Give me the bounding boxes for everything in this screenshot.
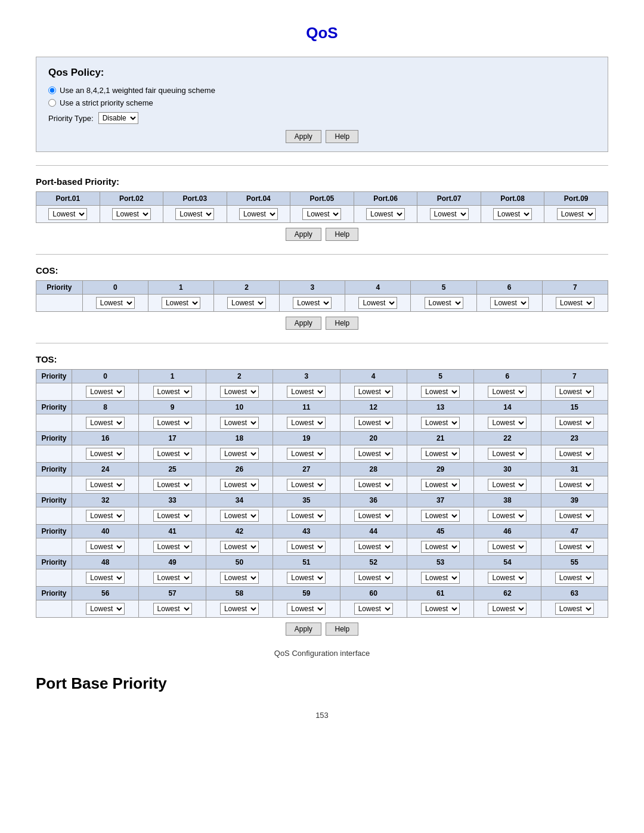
port-01-select[interactable]: LowestLowMiddleHigh <box>48 208 87 220</box>
radio-weighted[interactable] <box>48 86 56 94</box>
tos-empty-2 <box>36 445 72 463</box>
tos-select-4-2[interactable]: LowestLowMiddleHigh <box>220 510 259 522</box>
port-09-select[interactable]: LowestLowMiddleHigh <box>557 208 596 220</box>
cos-help-button[interactable]: Help <box>326 317 358 330</box>
tos-select-3-1[interactable]: LowestLowMiddleHigh <box>153 479 192 491</box>
cos-3-select[interactable]: LowestLowMiddleHigh <box>293 297 332 309</box>
port-08-select[interactable]: LowestLowMiddleHigh <box>493 208 532 220</box>
qos-policy-apply-button[interactable]: Apply <box>286 130 321 143</box>
tos-select-6-0[interactable]: LowestLowMiddleHigh <box>86 572 125 584</box>
tos-select-0-4[interactable]: LowestLowMiddleHigh <box>354 386 393 398</box>
tos-select-3-5[interactable]: LowestLowMiddleHigh <box>421 479 460 491</box>
tos-select-4-1[interactable]: LowestLowMiddleHigh <box>153 510 192 522</box>
tos-select-3-3[interactable]: LowestLowMiddleHigh <box>287 479 326 491</box>
radio-strict-label[interactable]: Use a strict priority scheme <box>48 98 596 107</box>
port-based-apply-button[interactable]: Apply <box>286 228 321 241</box>
port-07-cell: LowestLowMiddleHigh <box>417 206 481 223</box>
priority-type-select[interactable]: Disable 802.1p DSCP <box>98 112 138 124</box>
cos-0-select[interactable]: LowestLowMiddleHigh <box>96 297 135 309</box>
tos-select-2-1[interactable]: LowestLowMiddleHigh <box>153 448 192 460</box>
tos-select-4-5[interactable]: LowestLowMiddleHigh <box>421 510 460 522</box>
port-based-help-button[interactable]: Help <box>326 228 358 241</box>
cos-4-select[interactable]: LowestLowMiddleHigh <box>358 297 397 309</box>
cos-6-select[interactable]: LowestLowMiddleHigh <box>490 297 529 309</box>
tos-select-5-0[interactable]: LowestLowMiddleHigh <box>86 541 125 553</box>
tos-select-4-0[interactable]: LowestLowMiddleHigh <box>86 510 125 522</box>
tos-select-5-2[interactable]: LowestLowMiddleHigh <box>220 541 259 553</box>
tos-help-button[interactable]: Help <box>326 623 358 636</box>
cos-1-select[interactable]: LowestLowMiddleHigh <box>162 297 200 309</box>
tos-select-0-5[interactable]: LowestLowMiddleHigh <box>421 386 460 398</box>
tos-select-7-4[interactable]: LowestLowMiddleHigh <box>354 603 393 615</box>
tos-col-7-4: 60 <box>340 587 407 600</box>
tos-select-1-0[interactable]: LowestLowMiddleHigh <box>86 417 125 429</box>
tos-select-3-4[interactable]: LowestLowMiddleHigh <box>354 479 393 491</box>
tos-select-0-6[interactable]: LowestLowMiddleHigh <box>488 386 527 398</box>
tos-select-1-7[interactable]: LowestLowMiddleHigh <box>555 417 594 429</box>
tos-select-1-2[interactable]: LowestLowMiddleHigh <box>220 417 259 429</box>
cos-apply-button[interactable]: Apply <box>286 317 321 330</box>
tos-select-0-1[interactable]: LowestLowMiddleHigh <box>153 386 192 398</box>
radio-weighted-label[interactable]: Use an 8,4,2,1 weighted fair queuing sch… <box>48 86 596 95</box>
tos-select-1-1[interactable]: LowestLowMiddleHigh <box>153 417 192 429</box>
tos-select-4-7[interactable]: LowestLowMiddleHigh <box>555 510 594 522</box>
tos-select-0-3[interactable]: LowestLowMiddleHigh <box>287 386 326 398</box>
tos-select-6-5[interactable]: LowestLowMiddleHigh <box>421 572 460 584</box>
cos-7-select[interactable]: LowestLowMiddleHigh <box>556 297 595 309</box>
tos-select-7-0[interactable]: LowestLowMiddleHigh <box>86 603 125 615</box>
tos-select-7-3[interactable]: LowestLowMiddleHigh <box>287 603 326 615</box>
port-06-select[interactable]: LowestLowMiddleHigh <box>366 208 405 220</box>
tos-select-3-6[interactable]: LowestLowMiddleHigh <box>488 479 527 491</box>
port-05-select[interactable]: LowestLowMiddleHigh <box>302 208 341 220</box>
radio-strict[interactable] <box>48 99 56 107</box>
tos-select-5-4[interactable]: LowestLowMiddleHigh <box>354 541 393 553</box>
tos-select-6-4[interactable]: LowestLowMiddleHigh <box>354 572 393 584</box>
tos-col-2-2: 18 <box>206 432 273 445</box>
tos-select-3-2[interactable]: LowestLowMiddleHigh <box>220 479 259 491</box>
tos-select-2-0[interactable]: LowestLowMiddleHigh <box>86 448 125 460</box>
tos-select-7-5[interactable]: LowestLowMiddleHigh <box>421 603 460 615</box>
cos-2-select[interactable]: LowestLowMiddleHigh <box>227 297 266 309</box>
tos-select-6-7[interactable]: LowestLowMiddleHigh <box>555 572 594 584</box>
tos-select-2-3[interactable]: LowestLowMiddleHigh <box>287 448 326 460</box>
tos-select-5-1[interactable]: LowestLowMiddleHigh <box>153 541 192 553</box>
tos-select-3-7[interactable]: LowestLowMiddleHigh <box>555 479 594 491</box>
tos-select-2-4[interactable]: LowestLowMiddleHigh <box>354 448 393 460</box>
tos-select-1-5[interactable]: LowestLowMiddleHigh <box>421 417 460 429</box>
qos-policy-help-button[interactable]: Help <box>326 130 358 143</box>
tos-select-0-2[interactable]: LowestLowMiddleHigh <box>220 386 259 398</box>
tos-col-4-0: 32 <box>72 494 139 507</box>
tos-apply-button[interactable]: Apply <box>286 623 321 636</box>
tos-select-3-0[interactable]: LowestLowMiddleHigh <box>86 479 125 491</box>
tos-select-4-6[interactable]: LowestLowMiddleHigh <box>488 510 527 522</box>
cos-5-select[interactable]: LowestLowMiddleHigh <box>425 297 463 309</box>
tos-select-0-7[interactable]: LowestLowMiddleHigh <box>555 386 594 398</box>
tos-select-2-2[interactable]: LowestLowMiddleHigh <box>220 448 259 460</box>
tos-select-5-5[interactable]: LowestLowMiddleHigh <box>421 541 460 553</box>
tos-col-0-3: 3 <box>273 370 340 383</box>
tos-select-0-0[interactable]: LowestLowMiddleHigh <box>86 386 125 398</box>
port-02-select[interactable]: LowestLowMiddleHigh <box>112 208 151 220</box>
tos-select-7-7[interactable]: LowestLowMiddleHigh <box>555 603 594 615</box>
tos-select-5-3[interactable]: LowestLowMiddleHigh <box>287 541 326 553</box>
tos-select-1-6[interactable]: LowestLowMiddleHigh <box>488 417 527 429</box>
tos-select-7-2[interactable]: LowestLowMiddleHigh <box>220 603 259 615</box>
tos-select-2-6[interactable]: LowestLowMiddleHigh <box>488 448 527 460</box>
tos-select-4-4[interactable]: LowestLowMiddleHigh <box>354 510 393 522</box>
tos-select-5-7[interactable]: LowestLowMiddleHigh <box>555 541 594 553</box>
port-07-select[interactable]: LowestLowMiddleHigh <box>430 208 469 220</box>
tos-select-1-3[interactable]: LowestLowMiddleHigh <box>287 417 326 429</box>
tos-select-6-2[interactable]: LowestLowMiddleHigh <box>220 572 259 584</box>
tos-select-6-3[interactable]: LowestLowMiddleHigh <box>287 572 326 584</box>
tos-select-2-5[interactable]: LowestLowMiddleHigh <box>421 448 460 460</box>
tos-select-6-6[interactable]: LowestLowMiddleHigh <box>488 572 527 584</box>
tos-select-6-1[interactable]: LowestLowMiddleHigh <box>153 572 192 584</box>
tos-select-5-6[interactable]: LowestLowMiddleHigh <box>488 541 527 553</box>
port-04-select[interactable]: LowestLowMiddleHigh <box>239 208 278 220</box>
tos-select-7-1[interactable]: LowestLowMiddleHigh <box>153 603 192 615</box>
tos-select-2-7[interactable]: LowestLowMiddleHigh <box>555 448 594 460</box>
tos-select-7-6[interactable]: LowestLowMiddleHigh <box>488 603 527 615</box>
tos-select-1-4[interactable]: LowestLowMiddleHigh <box>354 417 393 429</box>
port-03-select[interactable]: LowestLowMiddleHigh <box>175 208 214 220</box>
tos-select-4-3[interactable]: LowestLowMiddleHigh <box>287 510 326 522</box>
